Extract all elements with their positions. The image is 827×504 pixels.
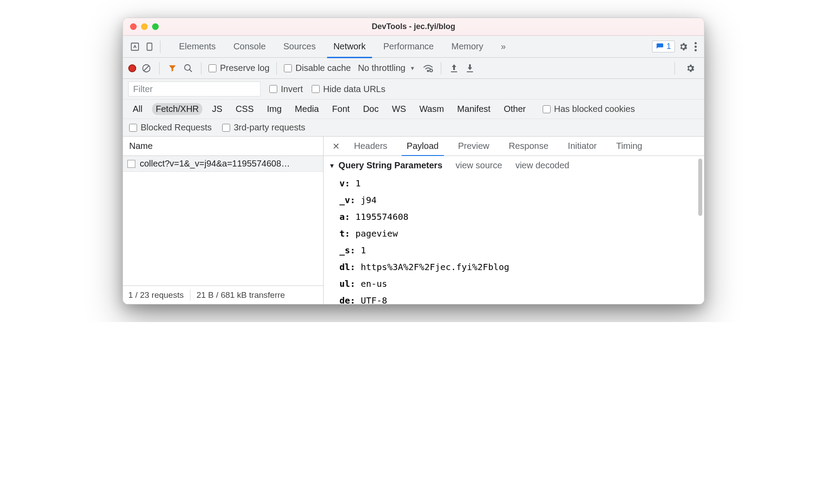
detail-tab-timing[interactable]: Timing [607,137,652,156]
disable-cache-checkbox[interactable]: Disable cache [284,63,351,73]
svg-rect-0 [131,43,139,50]
query-param-row: ul: en-us [339,275,688,292]
detail-tab-payload[interactable]: Payload [397,137,448,156]
param-value: 1195574608 [355,211,408,222]
request-row[interactable]: collect?v=1&_v=j94&a=1195574608… [123,156,323,172]
svg-point-10 [427,70,428,71]
more-tabs-button[interactable]: » [492,36,514,58]
invert-label: Invert [281,84,303,94]
type-other[interactable]: Other [500,103,529,115]
type-fetch-xhr[interactable]: Fetch/XHR [152,103,202,115]
tab-console[interactable]: Console [224,36,274,58]
tab-elements[interactable]: Elements [170,36,224,58]
network-settings-icon[interactable] [685,63,695,73]
extra-filters-row: Blocked Requests 3rd-party requests [123,119,704,137]
divider [159,62,160,74]
more-menu-icon[interactable] [694,42,697,52]
tab-memory[interactable]: Memory [443,36,492,58]
network-toolbar: Preserve log Disable cache No throttling… [123,58,704,79]
tab-network[interactable]: Network [324,36,374,58]
divider [441,62,441,74]
name-column-header[interactable]: Name [123,137,323,156]
type-font[interactable]: Font [328,103,353,115]
throttling-value: No throttling [358,63,406,73]
inspect-element-icon[interactable] [127,39,142,54]
close-detail-button[interactable]: ✕ [328,141,344,152]
query-param-row: dl: https%3A%2F%2Fjec.fyi%2Fblog [339,259,688,275]
tab-performance[interactable]: Performance [375,36,443,58]
request-name: collect?v=1&_v=j94&a=1195574608… [140,159,290,169]
query-param-row: a: 1195574608 [339,208,688,225]
divider [276,62,277,74]
param-key: t: [339,228,355,239]
param-key: _v: [339,195,361,205]
scrollbar[interactable] [698,159,702,216]
request-list: collect?v=1&_v=j94&a=1195574608… [123,156,323,285]
clear-icon[interactable] [141,63,152,74]
param-key: de: [339,295,361,304]
param-value: https%3A%2F%2Fjec.fyi%2Fblog [361,262,509,272]
filter-icon[interactable] [167,63,178,74]
param-value: UTF-8 [361,295,387,304]
query-params-toggle[interactable]: ▼ Query String Parameters [329,160,443,170]
param-key: a: [339,211,355,222]
divider [190,289,190,301]
preserve-log-checkbox[interactable]: Preserve log [209,63,269,73]
issues-count: 1 [667,42,671,51]
export-har-icon[interactable] [464,63,476,74]
tab-sources[interactable]: Sources [275,36,324,58]
footer-counts: 1 / 23 requests [128,290,184,300]
type-wasm[interactable]: Wasm [416,103,447,115]
import-har-icon[interactable] [448,63,460,74]
view-decoded-link[interactable]: view decoded [515,160,569,170]
request-detail-pane: ✕ HeadersPayloadPreviewResponseInitiator… [324,137,704,304]
record-button[interactable] [128,64,136,72]
throttling-select[interactable]: No throttling ▼ [355,62,418,74]
has-blocked-cookies-checkbox[interactable]: Has blocked cookies [543,104,635,114]
payload-panel: ▼ Query String Parameters view source vi… [324,156,704,304]
svg-line-9 [190,69,192,72]
filter-row: Invert Hide data URLs [123,79,704,100]
type-media[interactable]: Media [291,103,322,115]
type-doc[interactable]: Doc [359,103,382,115]
invert-checkbox[interactable]: Invert [269,84,303,94]
type-ws[interactable]: WS [388,103,410,115]
triangle-down-icon: ▼ [329,162,335,169]
detail-tab-preview[interactable]: Preview [448,137,499,156]
chevron-down-icon: ▼ [410,65,415,71]
preserve-log-label: Preserve log [220,63,269,73]
type-manifest[interactable]: Manifest [454,103,494,115]
detail-tab-headers[interactable]: Headers [344,137,397,156]
view-source-link[interactable]: view source [456,160,503,170]
settings-icon[interactable] [678,42,688,52]
detail-tab-initiator[interactable]: Initiator [558,137,607,156]
type-js[interactable]: JS [209,103,226,115]
top-tabs-row: ElementsConsoleSourcesNetworkPerformance… [123,36,704,58]
hide-data-urls-label: Hide data URLs [323,84,385,94]
network-conditions-icon[interactable] [422,63,434,74]
param-key: _s: [339,245,361,256]
titlebar: DevTools - jec.fyi/blog [123,18,704,36]
search-icon[interactable] [183,63,194,74]
param-key: ul: [339,278,361,289]
type-css[interactable]: CSS [232,103,257,115]
hide-data-urls-checkbox[interactable]: Hide data URLs [312,84,385,94]
svg-rect-1 [147,43,152,50]
issues-badge[interactable]: 1 [652,41,675,52]
divider [160,41,160,53]
third-party-checkbox[interactable]: 3rd-party requests [222,122,305,133]
blocked-requests-label: Blocked Requests [141,122,212,133]
device-toolbar-icon[interactable] [142,39,157,54]
request-footer: 1 / 23 requests 21 B / 681 kB transferre [123,285,323,304]
param-value: 1 [361,245,366,256]
type-img[interactable]: Img [264,103,285,115]
detail-tab-response[interactable]: Response [499,137,558,156]
param-key: v: [339,178,355,189]
query-params-title: Query String Parameters [339,160,443,170]
filter-input[interactable] [128,82,261,96]
svg-point-3 [695,42,697,44]
blocked-requests-checkbox[interactable]: Blocked Requests [129,122,212,133]
type-all[interactable]: All [129,103,146,115]
svg-point-5 [695,49,697,51]
svg-point-8 [185,64,190,70]
